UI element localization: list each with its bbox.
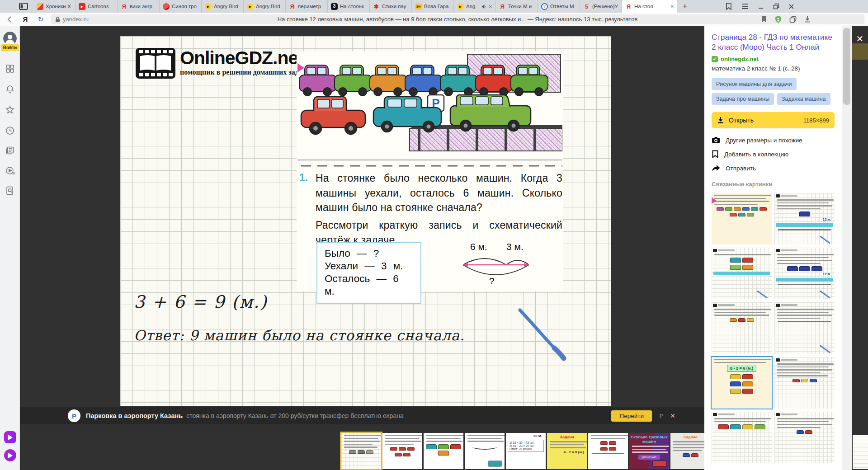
- source-site[interactable]: onlinegdz.net: [721, 56, 759, 62]
- image-title-link[interactable]: Страница 28 - ГДЗ по математике 2 класс …: [712, 33, 835, 52]
- ad-description: стоянка в аэропорту Казань от 200 руб/су…: [186, 412, 404, 419]
- tab[interactable]: 5(Решено)У: [580, 0, 622, 13]
- tab[interactable]: ✱Стихи пау: [370, 0, 412, 13]
- tag-button[interactable]: Задачка машина: [777, 93, 830, 105]
- filmstrip-thumb[interactable]: [382, 433, 422, 469]
- menu-icon[interactable]: [741, 3, 749, 9]
- filmstrip-thumb[interactable]: [465, 433, 505, 469]
- page-search-icon[interactable]: [5, 185, 15, 196]
- tab[interactable]: ▶Angry Bird: [202, 0, 244, 13]
- viewed-image[interactable]: OnlineGDZ.net помощник в решении домашни…: [120, 36, 611, 406]
- notifications-bell-icon[interactable]: [5, 84, 15, 95]
- related-image[interactable]: [712, 412, 772, 463]
- tag-list: Рисунок машины для задачи Задача про маш…: [712, 78, 835, 105]
- related-image[interactable]: [712, 248, 772, 299]
- tab[interactable]: ?Ответы М: [538, 0, 580, 13]
- summary-line: Осталось — 6 м.: [325, 273, 413, 298]
- filmstrip-thumb-selected[interactable]: [341, 433, 381, 469]
- tab[interactable]: Явики энгр: [118, 0, 160, 13]
- ad-brand[interactable]: Парковка в аэропорту Казань: [86, 412, 183, 419]
- tab[interactable]: Хроники Х: [33, 0, 75, 13]
- related-image[interactable]: 12 п.: [774, 248, 835, 299]
- login-button[interactable]: Войти: [1, 44, 19, 51]
- apps-grid-icon[interactable]: [5, 63, 15, 74]
- tag-button[interactable]: Рисунок машины для задачи: [712, 78, 797, 90]
- back-icon[interactable]: [4, 13, 16, 26]
- add-to-collection-item[interactable]: Добавить в коллекцию: [712, 150, 835, 158]
- minimize-icon[interactable]: [758, 3, 764, 9]
- related-image[interactable]: [712, 193, 772, 244]
- audio-indicator-icon[interactable]: [481, 4, 486, 9]
- open-image-button[interactable]: Открыть 1185×899: [712, 112, 835, 128]
- share-arrow-icon: [712, 164, 720, 172]
- filmstrip-thumb[interactable]: 30 м.1) 13 + 30 = 43 (м.)2) 43 − 23 = 20…: [506, 433, 546, 469]
- close-viewer-icon[interactable]: ✕: [854, 33, 865, 44]
- alice-assistant-icon[interactable]: [4, 449, 16, 461]
- related-image[interactable]: [712, 302, 772, 354]
- media-player-icon[interactable]: [5, 165, 15, 176]
- thumb-content: Задача4 · 2 = 8 (м.): [547, 433, 587, 469]
- download-icon[interactable]: [804, 16, 811, 23]
- related-image[interactable]: [774, 302, 835, 354]
- share-item[interactable]: Отправить: [712, 164, 835, 172]
- tab-title: Синяя тро: [172, 4, 198, 9]
- page-title: На стоянке 12 легковых машин, автобусов …: [51, 16, 864, 23]
- ad-close-icon[interactable]: ✕: [670, 412, 675, 419]
- browser-window: Хроники Х▶CartoonsЯвики энгрСиняя тро▶An…: [0, 0, 868, 470]
- protect-shield-icon[interactable]: [774, 15, 782, 24]
- tab[interactable]: ▶Ang✕: [454, 0, 496, 13]
- tab[interactable]: ЗНа стоянк: [328, 0, 370, 13]
- favorites-star-icon[interactable]: [5, 104, 15, 115]
- tab[interactable]: ▶Angry Bird: [244, 0, 286, 13]
- alice-collections-icon[interactable]: [4, 431, 16, 443]
- avatar[interactable]: [3, 32, 17, 45]
- tab-panel-toggle-icon[interactable]: [14, 0, 33, 13]
- thumb-content: Сколько грузовых машинрешение: [629, 433, 669, 469]
- scrollbar-thumb[interactable]: [843, 28, 850, 105]
- tab[interactable]: SHВова Гара: [412, 0, 454, 13]
- tab-active[interactable]: ЯНа стоя✕: [622, 0, 677, 13]
- play-favicon: ▶: [247, 3, 254, 10]
- thumb-content: [712, 193, 772, 244]
- articles-icon[interactable]: [5, 145, 15, 156]
- history-clock-icon[interactable]: [5, 125, 15, 136]
- window-controls: [725, 0, 794, 13]
- refresh-icon[interactable]: ↻: [34, 13, 47, 26]
- tab[interactable]: Синяя тро: [160, 0, 202, 13]
- related-image[interactable]: [774, 412, 835, 463]
- collections-flag-icon[interactable]: [761, 16, 767, 23]
- thumb-content: [588, 433, 628, 469]
- open-label: Открыть: [729, 117, 754, 124]
- tab-title: Вова Гара: [424, 4, 450, 9]
- bird-favicon: [163, 3, 170, 10]
- filmstrip-thumb[interactable]: Задача4 · 2 = 8 (м.): [547, 433, 587, 469]
- ad-cta-button[interactable]: Перейти: [611, 410, 652, 422]
- filmstrip-thumb[interactable]: Сколько грузовых машинрешение: [629, 433, 669, 469]
- close-window-icon[interactable]: [788, 4, 794, 9]
- thumb-content: [341, 433, 381, 469]
- tab-close-icon[interactable]: ✕: [489, 4, 492, 9]
- similar-sizes-item[interactable]: Другие размеры и похожие: [712, 136, 835, 144]
- filmstrip-thumb[interactable]: [588, 433, 628, 469]
- thumb-content: 30 м.1) 13 + 30 = 43 (м.)2) 43 − 23 = 20…: [506, 433, 546, 469]
- thumb-content: [712, 412, 772, 463]
- tab[interactable]: ▶Cartoons: [75, 0, 118, 13]
- related-image[interactable]: 12 п.: [774, 193, 835, 244]
- tab[interactable]: Япериметр: [286, 0, 328, 13]
- tabs-copy-icon[interactable]: [789, 16, 797, 23]
- new-tab-button[interactable]: +: [677, 0, 693, 13]
- yandex-home-icon[interactable]: Я: [19, 13, 32, 26]
- filmstrip-thumb-partial[interactable]: [853, 435, 868, 469]
- related-image-selected[interactable]: 8 - 2 = 6 (м.): [712, 357, 772, 409]
- schematic-drawing: 6 м. 3 м. ?: [459, 243, 533, 288]
- dimmed-page-element: [852, 43, 868, 60]
- bookmark-panel-icon[interactable]: [725, 3, 732, 10]
- tab[interactable]: ЯТочки М и: [496, 0, 538, 13]
- related-image[interactable]: [774, 357, 835, 409]
- restore-icon[interactable]: [773, 3, 779, 9]
- tag-button[interactable]: Задача про машины: [712, 93, 774, 105]
- sidebar-scrollbar[interactable]: [842, 26, 852, 470]
- filmstrip-thumb[interactable]: [424, 433, 463, 469]
- url-field[interactable]: yandex.ru На стоянке 12 легковых машин, …: [51, 14, 864, 24]
- tab-close-icon[interactable]: ✕: [670, 4, 674, 9]
